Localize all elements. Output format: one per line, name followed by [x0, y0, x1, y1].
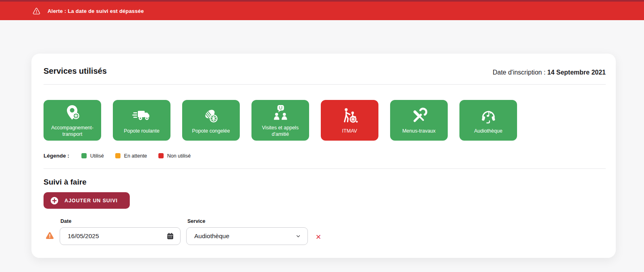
warning-triangle-icon [32, 7, 41, 15]
delete-suivi-button[interactable]: ✕ [316, 234, 321, 241]
service-select-value: Audiothèque [194, 233, 229, 240]
legend-swatch-red [158, 153, 164, 158]
date-input[interactable] [60, 227, 181, 245]
date-field: Date [60, 218, 181, 245]
divider [44, 168, 606, 169]
legend-entry-utilise: Utilisé [81, 153, 104, 159]
plus-circle-icon [50, 197, 58, 205]
inscription-label: Date d'inscription : [492, 69, 547, 76]
service-tile-itmav[interactable]: ITMAV [321, 100, 378, 141]
chevron-down-icon [295, 233, 301, 239]
legend-entry-label: Utilisé [90, 153, 104, 159]
suivi-row: Date Service [44, 218, 606, 245]
alert-banner: Alerte : La date de suivi est dépassée [0, 2, 644, 20]
service-tile-label: Popote congelée [192, 128, 230, 135]
calendar-icon[interactable] [166, 232, 175, 241]
service-select[interactable]: Audiothèque [186, 227, 308, 245]
suivi-section-title: Suivi à faire [44, 178, 606, 187]
service-tile-label: ITMAV [342, 128, 357, 135]
alert-text: Alerte : La date de suivi est dépassée [48, 8, 144, 14]
service-tile-popote-congelee[interactable]: Popote congelée [182, 100, 240, 141]
service-field-label: Service [187, 218, 308, 224]
service-field: Service Audiothèque [186, 218, 308, 245]
divider [44, 84, 606, 85]
service-tile-label: Popote roulante [124, 128, 159, 135]
location-pin-plus-icon [63, 103, 82, 123]
inscription-date: Date d'inscription : 14 Septembre 2021 [492, 66, 606, 76]
row-warning-icon [45, 232, 54, 240]
service-tile-popote-roulante[interactable]: Popote roulante [113, 100, 170, 141]
service-tile-accompagnement-transport[interactable]: Accompagnement-transport [44, 100, 101, 141]
add-suivi-button-label: AJOUTER UN SUIVI [64, 198, 118, 203]
service-tile-visites-amitie[interactable]: Visites et appels d'amitié [251, 100, 309, 141]
service-tile-audiotheque[interactable]: Audiothèque [459, 100, 517, 141]
legend: Légende : Utilisé En attente Non utilisé [44, 153, 606, 159]
service-tile-label: Menus-travaux [402, 128, 436, 135]
service-tile-label: Visites et appels d'amitié [255, 125, 306, 137]
service-tile-label: Accompagnement-transport [47, 125, 98, 137]
people-chat-icon [271, 103, 290, 123]
services-card: Services utilisés Date d'inscription : 1… [31, 54, 616, 258]
service-tile-label: Audiothèque [474, 128, 502, 135]
legend-entry-label: En attente [124, 153, 147, 159]
delivery-truck-icon [132, 106, 152, 126]
wheelchair-assist-icon [340, 106, 359, 126]
legend-swatch-orange [115, 153, 120, 158]
legend-entry-label: Non utilisé [167, 153, 191, 159]
inscription-value: 14 Septembre 2021 [547, 69, 606, 76]
service-tile-menus-travaux[interactable]: Menus-travaux [390, 100, 448, 141]
legend-entry-en-attente: En attente [115, 153, 147, 159]
service-tiles: Accompagnement-transport Popote roulante [44, 100, 606, 141]
legend-entry-non-utilise: Non utilisé [158, 153, 191, 159]
tools-icon [409, 106, 429, 126]
date-field-label: Date [60, 218, 181, 224]
legend-swatch-green [81, 153, 87, 158]
frozen-meal-icon [202, 106, 221, 126]
headphones-music-icon [479, 106, 498, 126]
page-title: Services utilisés [44, 66, 107, 76]
legend-label: Légende : [44, 153, 69, 159]
add-suivi-button[interactable]: AJOUTER UN SUIVI [44, 192, 130, 209]
card-header: Services utilisés Date d'inscription : 1… [44, 66, 606, 76]
